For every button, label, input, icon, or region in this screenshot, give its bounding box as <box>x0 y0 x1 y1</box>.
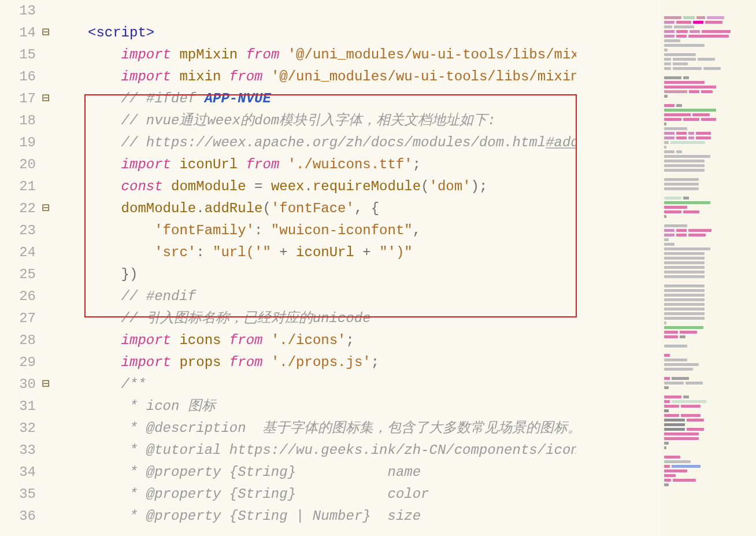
code-line[interactable]: 16 import mixin from '@/uni_modules/wu-u… <box>0 66 576 88</box>
code-line[interactable]: 18 // nvue通过weex的dom模块引入字体，相关文档地址如下: <box>0 110 576 132</box>
line-number: 34 <box>0 461 39 483</box>
minimap-line <box>664 365 750 369</box>
code-content[interactable]: domModule.addRule('fontFace', { <box>88 198 576 220</box>
minimap-line <box>664 148 750 151</box>
code-content[interactable]: // #ifdef APP-NVUE <box>88 88 576 110</box>
code-line[interactable]: 15 import mpMixin from '@/uni_modules/wu… <box>0 44 576 66</box>
code-line[interactable]: 36 * @property {String | Number} size 图标… <box>0 505 576 527</box>
code-content[interactable]: import mpMixin from '@/uni_modules/wu-ui… <box>88 44 576 66</box>
code-content[interactable]: // 引入图标名称，已经对应的unicode <box>88 308 576 330</box>
code-content[interactable]: 'src': "url('" + iconUrl + "')" <box>88 242 576 264</box>
code-line[interactable]: 33 * @tutorial https://wu.geeks.ink/zh-C… <box>0 439 576 461</box>
minimap-line <box>664 444 750 448</box>
code-content[interactable]: /** <box>88 374 576 395</box>
minimap-line <box>664 143 750 147</box>
code-line[interactable]: 19 // https://weex.apache.org/zh/docs/mo… <box>0 132 576 154</box>
line-number: 30 <box>0 374 39 395</box>
minimap-line <box>664 393 750 397</box>
line-number: 35 <box>0 483 39 505</box>
minimap-line <box>664 356 750 360</box>
minimap-line <box>664 352 750 355</box>
minimap-line <box>664 407 750 411</box>
code-editor[interactable]: 1314⊟<script>15 import mpMixin from '@/u… <box>0 0 576 536</box>
minimap-line <box>664 296 750 300</box>
code-line[interactable]: 20 import iconUrl from './wuicons.ttf'; <box>0 154 576 176</box>
code-line[interactable]: 31 * icon 图标 <box>0 395 576 417</box>
line-number: 36 <box>0 505 39 527</box>
code-content[interactable]: * @tutorial https://wu.geeks.ink/zh-CN/c… <box>88 439 576 461</box>
minimap-line <box>664 222 750 226</box>
code-line[interactable]: 24 'src': "url('" + iconUrl + "')" <box>0 242 576 264</box>
code-content[interactable]: import iconUrl from './wuicons.ttf'; <box>88 154 576 176</box>
fold-toggle[interactable]: ⊟ <box>39 22 52 44</box>
code-line[interactable]: 14⊟<script> <box>0 22 576 44</box>
minimap-line <box>664 106 750 110</box>
code-line[interactable]: 35 * @property {String} color 图标颜色,可接受主 <box>0 483 576 505</box>
minimap-line <box>664 453 750 457</box>
line-number: 26 <box>0 286 39 308</box>
minimap-line <box>664 185 750 188</box>
line-number: 17 <box>0 88 39 110</box>
code-line[interactable]: 23 'fontFamily': "wuicon-iconfont", <box>0 220 576 242</box>
code-line[interactable]: 26 // #endif <box>0 286 576 308</box>
code-line[interactable]: 29 import props from './props.js'; <box>0 352 576 374</box>
minimap-line <box>664 305 750 309</box>
code-line[interactable]: 13 <box>0 0 576 22</box>
code-line[interactable]: 22⊟ domModule.addRule('fontFace', { <box>0 198 576 220</box>
line-number: 23 <box>0 220 39 242</box>
fold-toggle[interactable]: ⊟ <box>39 374 52 395</box>
code-line[interactable]: 28 import icons from './icons'; <box>0 330 576 352</box>
minimap-line <box>664 241 750 244</box>
minimap-line <box>664 46 750 50</box>
code-content[interactable]: * icon 图标 <box>88 395 576 417</box>
minimap-line <box>664 19 750 22</box>
fold-toggle[interactable]: ⊟ <box>39 88 52 110</box>
minimap-line <box>664 416 750 420</box>
minimap-line <box>664 213 750 216</box>
line-number: 25 <box>0 264 39 286</box>
line-number: 24 <box>0 242 39 264</box>
code-content[interactable]: // #endif <box>88 286 576 308</box>
minimap-line <box>664 402 750 406</box>
code-content[interactable]: * @property {String} color 图标颜色,可接受主 <box>88 483 576 505</box>
code-line[interactable]: 17⊟ // #ifdef APP-NVUE <box>0 88 576 110</box>
code-line[interactable]: 32 * @description 基于字体的图标集，包含了大多数常见场景的图标… <box>0 417 576 439</box>
code-content[interactable]: // https://weex.apache.org/zh/docs/modul… <box>88 132 576 154</box>
minimap-line <box>664 449 750 452</box>
minimap-line <box>664 42 750 45</box>
line-number: 28 <box>0 330 39 352</box>
line-number: 31 <box>0 395 39 417</box>
minimap-line <box>664 389 750 392</box>
minimap-line <box>664 426 750 429</box>
code-line[interactable]: 25 }) <box>0 264 576 286</box>
minimap-line <box>664 412 750 415</box>
code-content[interactable]: <script> <box>88 22 576 44</box>
minimap-line <box>664 51 750 54</box>
code-content[interactable]: import props from './props.js'; <box>88 352 576 374</box>
code-line[interactable]: 34 * @property {String} name 图标名称，若带有 <box>0 461 576 483</box>
minimap-line <box>664 467 750 471</box>
minimap-line <box>664 273 750 276</box>
code-content[interactable]: 'fontFamily': "wuicon-iconfont", <box>88 220 576 242</box>
minimap-line <box>664 23 750 27</box>
minimap-line <box>664 217 750 221</box>
code-content[interactable]: * @description 基于字体的图标集，包含了大多数常见场景的图标。 <box>88 417 576 439</box>
code-content[interactable]: import icons from './icons'; <box>88 330 576 352</box>
code-content[interactable]: * @property {String | Number} size 图标字体大… <box>88 505 576 527</box>
code-content[interactable]: const domModule = weex.requireModule('do… <box>88 176 576 198</box>
code-line[interactable]: 27 // 引入图标名称，已经对应的unicode <box>0 308 576 330</box>
code-line[interactable]: 30⊟ /** <box>0 374 576 395</box>
code-content[interactable]: }) <box>88 264 576 286</box>
minimap[interactable] <box>661 0 756 536</box>
minimap-line <box>664 458 750 461</box>
minimap-line <box>664 9 750 13</box>
line-number: 15 <box>0 44 39 66</box>
code-content[interactable]: import mixin from '@/uni_modules/wu-ui-t… <box>88 66 576 88</box>
minimap-line <box>664 333 750 337</box>
minimap-line <box>664 282 750 286</box>
code-content[interactable]: // nvue通过weex的dom模块引入字体，相关文档地址如下: <box>88 110 576 132</box>
code-line[interactable]: 21 const domModule = weex.requireModule(… <box>0 176 576 198</box>
fold-toggle[interactable]: ⊟ <box>39 198 52 220</box>
minimap-line <box>664 97 750 101</box>
code-content[interactable]: * @property {String} name 图标名称，若带有 <box>88 461 576 483</box>
